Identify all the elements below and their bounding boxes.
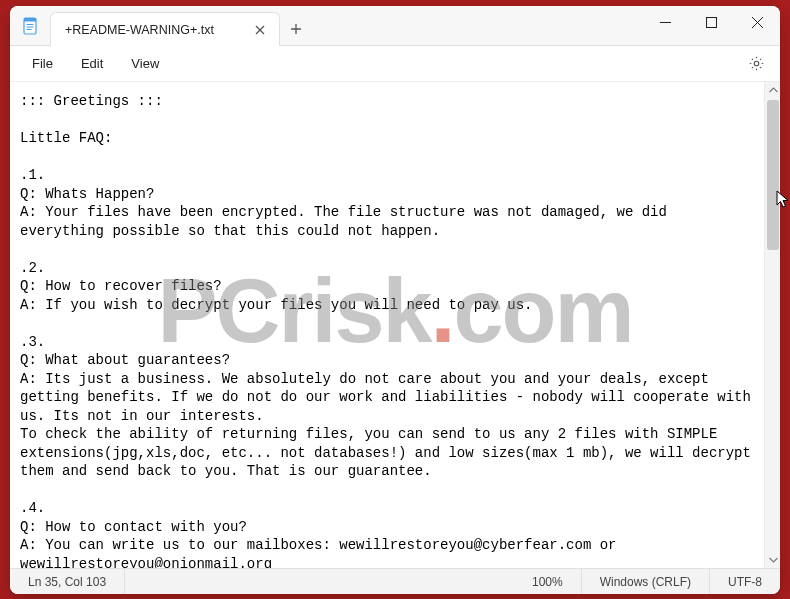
content-area: ::: Greetings ::: Little FAQ: .1. Q: Wha… (10, 82, 780, 568)
menu-file[interactable]: File (18, 50, 67, 77)
menu-edit[interactable]: Edit (67, 50, 117, 77)
scroll-up-button[interactable] (765, 82, 780, 98)
maximize-button[interactable] (688, 6, 734, 38)
window-controls (642, 6, 780, 46)
status-encoding: UTF-8 (710, 569, 780, 594)
status-position: Ln 35, Col 103 (10, 569, 125, 594)
scroll-thumb[interactable] (767, 100, 779, 250)
menu-bar: File Edit View (10, 46, 780, 82)
text-editor[interactable]: ::: Greetings ::: Little FAQ: .1. Q: Wha… (10, 82, 764, 568)
close-icon[interactable] (251, 21, 269, 39)
notepad-window: +README-WARNING+.txt File Edit View (10, 6, 780, 594)
svg-rect-1 (24, 18, 36, 22)
minimize-button[interactable] (642, 6, 688, 38)
app-icon (10, 6, 50, 46)
tab-title: +README-WARNING+.txt (65, 23, 251, 37)
gear-icon[interactable] (740, 48, 772, 80)
tab-active[interactable]: +README-WARNING+.txt (50, 12, 280, 46)
scroll-down-button[interactable] (765, 552, 780, 568)
status-line-ending: Windows (CRLF) (582, 569, 710, 594)
tab-strip: +README-WARNING+.txt (50, 6, 642, 46)
menu-view[interactable]: View (117, 50, 173, 77)
svg-rect-10 (706, 17, 716, 27)
close-button[interactable] (734, 6, 780, 38)
vertical-scrollbar[interactable] (764, 82, 780, 568)
svg-point-13 (754, 61, 759, 66)
status-zoom[interactable]: 100% (514, 569, 582, 594)
title-bar: +README-WARNING+.txt (10, 6, 780, 46)
new-tab-button[interactable] (280, 12, 312, 46)
status-bar: Ln 35, Col 103 100% Windows (CRLF) UTF-8 (10, 568, 780, 594)
